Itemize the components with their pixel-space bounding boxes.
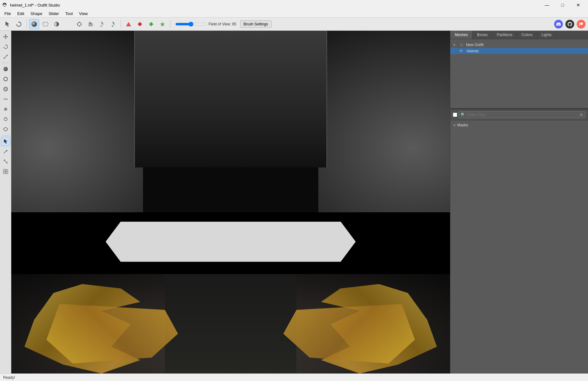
minimize-button[interactable]: —	[540, 0, 554, 10]
helmet-chin-center	[165, 274, 297, 373]
fov-value: 65	[232, 22, 236, 26]
outfit-label: New Outfit	[466, 43, 484, 47]
lt-smooth[interactable]	[1, 94, 10, 104]
lt-grid-tool[interactable]	[1, 167, 10, 176]
helmet-bottom-area	[11, 274, 450, 373]
tb-cursor-btn[interactable]	[157, 19, 167, 29]
tab-bones[interactable]: Bones	[473, 31, 492, 39]
lt-inflate[interactable]	[1, 74, 10, 84]
svg-rect-12	[112, 21, 115, 25]
right-panel: Meshes Bones Partitions Colors Lights ▼ …	[450, 31, 588, 373]
tb-green-brush-btn[interactable]	[108, 19, 118, 29]
app-icon: ⛑	[3, 2, 8, 8]
lt-rotate-tool[interactable]	[1, 42, 10, 51]
tb-crosshair-btn[interactable]	[74, 19, 84, 29]
svg-point-13	[112, 25, 114, 27]
svg-marker-17	[160, 22, 165, 27]
lt-deflate[interactable]	[1, 84, 10, 94]
lt-select-vertex[interactable]	[1, 137, 10, 146]
slider-filter-checkbox[interactable]	[453, 113, 457, 117]
helmet-center-panel	[134, 31, 327, 167]
helmet-top-area	[11, 31, 450, 226]
svg-marker-20	[5, 34, 6, 35]
svg-point-11	[100, 25, 102, 27]
window-title: helmet_1.nif* - Outfit Studio	[10, 3, 60, 8]
discord-button[interactable]	[554, 20, 563, 29]
visor-shape	[106, 222, 356, 262]
tb-brush-btn[interactable]	[97, 19, 107, 29]
tb-diamond-green-btn[interactable]	[146, 19, 156, 29]
svg-rect-40	[6, 169, 8, 171]
lt-move-brush[interactable]	[1, 104, 10, 114]
tb-triangle-btn[interactable]	[124, 19, 134, 29]
title-bar: ⛑ helmet_1.nif* - Outfit Studio — □ ✕	[0, 0, 588, 10]
svg-marker-23	[7, 36, 8, 37]
content-area: Meshes Bones Partitions Colors Lights ▼ …	[0, 31, 588, 373]
svg-marker-15	[138, 22, 142, 26]
svg-rect-42	[6, 172, 8, 174]
patreon-button[interactable]	[577, 20, 585, 29]
svg-marker-24	[5, 44, 7, 45]
outfit-expand-arrow: ▼	[453, 43, 457, 47]
toolbar: Field of View: 65 Brush Settings	[0, 18, 588, 31]
svg-line-37	[5, 161, 7, 162]
svg-marker-21	[5, 38, 6, 39]
tb-eraser-btn[interactable]	[86, 19, 96, 29]
github-button[interactable]	[565, 20, 574, 29]
tb-select-btn[interactable]	[3, 19, 13, 29]
ornament-left-detail	[46, 304, 178, 363]
tb-half-circle-btn[interactable]	[52, 19, 62, 29]
title-controls: — □ ✕	[540, 0, 585, 10]
svg-rect-41	[3, 172, 5, 174]
lt-transform-local[interactable]	[1, 124, 10, 134]
lt-bone-tool[interactable]	[1, 157, 10, 166]
lt-scale-tool[interactable]	[1, 52, 10, 61]
svg-marker-28	[3, 107, 8, 111]
tb-rotate-btn[interactable]	[14, 19, 24, 29]
lt-pivot[interactable]	[1, 114, 10, 124]
lt-separator-1	[2, 63, 9, 63]
lt-pen-tool[interactable]	[1, 147, 10, 156]
close-button[interactable]: ✕	[571, 0, 585, 10]
masks-label: Masks	[457, 123, 468, 127]
tb-sphere-btn[interactable]	[29, 19, 39, 29]
masks-section: ▼ Masks	[450, 120, 588, 130]
menu-tool[interactable]: Tool	[62, 11, 76, 17]
left-toolbar	[0, 31, 11, 373]
masks-section-header[interactable]: ▼ Masks	[453, 122, 585, 128]
menu-shape[interactable]: Shape	[27, 11, 45, 17]
viewport[interactable]	[11, 31, 450, 373]
filter-clear-button[interactable]: ✕	[580, 112, 583, 117]
menu-slider[interactable]: Slider	[45, 11, 62, 17]
tree-item-outfit[interactable]: ▼ □ New Outfit	[450, 42, 588, 48]
svg-marker-16	[149, 22, 153, 26]
lt-move-tool[interactable]	[1, 32, 10, 41]
search-icon: 🔍	[461, 113, 465, 117]
lt-separator-2	[2, 135, 9, 135]
tb-crescent-btn[interactable]	[63, 19, 73, 29]
slider-filter-input[interactable]	[467, 113, 578, 117]
maximize-button[interactable]: □	[555, 0, 570, 10]
ornament-right-detail	[283, 304, 415, 363]
status-bar: Ready!	[0, 373, 588, 381]
lt-mask-paint[interactable]	[1, 64, 10, 74]
panel-tabs: Meshes Bones Partitions Colors Lights	[450, 31, 588, 39]
menu-file[interactable]: File	[1, 11, 14, 17]
svg-rect-2	[43, 22, 48, 26]
visor-area	[11, 212, 450, 274]
brush-settings-button[interactable]: Brush Settings	[240, 20, 272, 28]
fov-slider[interactable]	[175, 22, 207, 27]
mesh-row-helmet[interactable]: 👁 Helmet	[450, 48, 588, 54]
menu-view[interactable]: View	[76, 11, 91, 17]
tb-diamond-red-btn[interactable]	[135, 19, 145, 29]
menu-edit[interactable]: Edit	[14, 11, 27, 17]
svg-marker-22	[3, 36, 4, 37]
tab-meshes[interactable]: Meshes	[450, 31, 473, 39]
tab-colors[interactable]: Colors	[517, 31, 537, 39]
tab-partitions[interactable]: Partitions	[492, 31, 517, 39]
tab-lights[interactable]: Lights	[537, 31, 556, 39]
title-bar-left: ⛑ helmet_1.nif* - Outfit Studio	[3, 2, 60, 8]
svg-marker-14	[126, 22, 131, 26]
tb-mask-btn[interactable]	[40, 19, 50, 29]
mesh-eye-icon[interactable]: 👁	[458, 49, 464, 53]
